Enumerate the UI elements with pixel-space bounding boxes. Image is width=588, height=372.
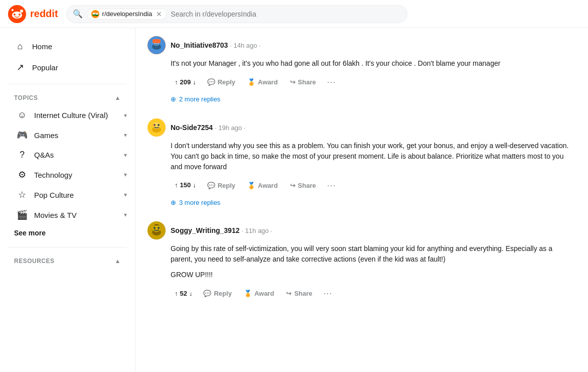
comment-3-vote[interactable]: ↑ 52 ↓	[171, 287, 196, 301]
qas-chevron: ▾	[124, 152, 127, 159]
comment-2-body: I don't understand why you see this as a…	[148, 141, 576, 208]
reddit-logo[interactable]: reddit	[8, 5, 58, 23]
reply-icon-2: 💬	[207, 182, 215, 189]
search-icon: 🔍	[73, 9, 83, 19]
comment-2: No-Side7254 · 19h ago · I don't understa…	[148, 118, 576, 208]
comment-3-text2: GROW UP!!!!	[171, 270, 576, 280]
share-icon: ↪	[290, 78, 296, 86]
sidebar-item-qas-label: Q&As	[34, 151, 54, 159]
comment-3-body: Going by this rate of self-victimization…	[148, 243, 576, 302]
sidebar-item-popular[interactable]: ↗ Popular	[8, 57, 127, 78]
popular-icon: ↗	[14, 62, 26, 73]
comment-2-header: No-Side7254 · 19h ago ·	[148, 118, 576, 137]
comment-2-vote[interactable]: ↑ 150 ↓	[171, 178, 200, 192]
comment-1-body: It's not your Manager , it's you who had…	[148, 58, 576, 104]
comment-3-share-button[interactable]: ↪ Share	[281, 287, 317, 300]
sidebar-item-internet-culture[interactable]: ☺ Internet Culture (Viral) ▾	[2, 105, 133, 125]
sidebar-item-popular-label: Popular	[32, 63, 58, 72]
comment-2-meta: No-Side7254 · 19h ago ·	[171, 123, 245, 132]
award-icon-3: 🏅	[244, 290, 252, 297]
remove-subreddit-button[interactable]: ✕	[156, 10, 162, 18]
upvote-icon-3: ↑	[175, 289, 178, 299]
pop-culture-chevron: ▾	[124, 191, 127, 198]
sidebar-divider-2	[8, 247, 127, 247]
comment-1-more-replies[interactable]: ⊕ 2 more replies	[171, 94, 576, 104]
comment-3-author: Soggy_Writing_3912	[171, 226, 239, 234]
more-replies-icon: ⊕	[171, 94, 176, 104]
internet-culture-icon: ☺	[16, 110, 28, 120]
pop-culture-icon: ☆	[16, 189, 28, 200]
sidebar-item-games-label: Games	[34, 131, 58, 140]
games-chevron: ▾	[124, 132, 127, 139]
comment-1-upvote-count: 209	[180, 77, 191, 87]
comment-3: Soggy_Writing_3912 · 11h ago · Going by …	[148, 221, 576, 302]
comment-1-vote[interactable]: ↑ 209 ↓	[171, 75, 200, 89]
sidebar-item-movies-tv[interactable]: 🎬 Movies & TV ▾	[2, 205, 133, 225]
comment-1-header: No_Initiative8703 · 14h ago ·	[148, 36, 576, 54]
sidebar-item-pop-culture[interactable]: ☆ Pop Culture ▾	[2, 185, 133, 205]
downvote-icon-3: ↓	[189, 289, 193, 299]
games-icon: 🎮	[16, 130, 28, 141]
award-icon-2: 🏅	[247, 182, 255, 189]
comment-3-reply-button[interactable]: 💬 Reply	[198, 287, 236, 300]
comment-3-header: Soggy_Writing_3912 · 11h ago ·	[148, 221, 576, 239]
search-bar[interactable]: 🔍 🇮🇳 r/developersIndia ✕	[66, 5, 407, 23]
comment-2-text: I don't understand why you see this as a…	[171, 141, 576, 172]
svg-point-16	[158, 124, 160, 126]
logo-text: reddit	[30, 8, 58, 20]
sidebar-item-pop-culture-label: Pop Culture	[34, 191, 74, 199]
technology-chevron: ▾	[124, 171, 127, 178]
technology-icon: ⚙	[16, 169, 28, 180]
comment-2-author: No-Side7254	[171, 123, 213, 132]
comment-1-author: No_Initiative8703	[171, 41, 228, 49]
search-input[interactable]	[171, 10, 400, 18]
award-icon: 🏅	[247, 78, 255, 86]
comment-1-time: · 14h ago ·	[230, 42, 260, 49]
sidebar-nav: ⌂ Home ↗ Popular	[0, 36, 135, 78]
header: reddit 🔍 🇮🇳 r/developersIndia ✕	[0, 0, 588, 28]
comment-2-award-button[interactable]: 🏅 Award	[242, 179, 283, 192]
comment-1-avatar	[148, 36, 166, 54]
see-more-button[interactable]: See more	[0, 225, 135, 241]
comment-3-award-button[interactable]: 🏅 Award	[239, 287, 279, 300]
comment-3-actions: ↑ 52 ↓ 💬 Reply 🏅 Award ↪ Share	[171, 285, 576, 302]
comment-2-more-button[interactable]: ···	[323, 177, 340, 194]
svg-point-22	[158, 227, 160, 229]
comment-3-upvote-count: 52	[180, 289, 187, 299]
comment-3-more-button[interactable]: ···	[320, 285, 337, 302]
comment-2-more-replies[interactable]: ⊕ 3 more replies	[171, 198, 576, 208]
svg-rect-11	[153, 39, 161, 43]
sidebar-item-qas[interactable]: ? Q&As ▾	[2, 145, 133, 165]
subreddit-tag[interactable]: 🇮🇳 r/developersIndia ✕	[87, 9, 167, 20]
main-content: No_Initiative8703 · 14h ago · It's not y…	[135, 28, 588, 372]
comment-2-share-button[interactable]: ↪ Share	[285, 179, 321, 192]
upvote-icon-2: ↑	[175, 180, 178, 190]
internet-culture-chevron: ▾	[124, 112, 127, 119]
sidebar: ⌂ Home ↗ Popular TOPICS ▲ ☺ Internet Cul…	[0, 28, 135, 372]
resources-section-header[interactable]: RESOURCES ▲	[0, 254, 135, 269]
qas-icon: ?	[16, 150, 28, 160]
downvote-icon: ↓	[193, 77, 196, 87]
sidebar-divider-1	[8, 84, 127, 84]
comment-2-reply-button[interactable]: 💬 Reply	[202, 179, 240, 192]
topics-collapse-icon: ▲	[115, 94, 121, 101]
comment-1-more-button[interactable]: ···	[323, 74, 340, 90]
reply-icon: 💬	[207, 78, 215, 86]
comment-1-reply-button[interactable]: 💬 Reply	[202, 75, 240, 89]
subreddit-name: r/developersIndia	[102, 10, 153, 18]
comment-3-time: · 11h ago ·	[241, 227, 272, 234]
svg-point-2	[14, 14, 16, 16]
topics-section-header[interactable]: TOPICS ▲	[0, 90, 135, 105]
comment-2-actions: ↑ 150 ↓ 💬 Reply 🏅 Award ↪ Share	[171, 177, 576, 194]
topics-label: TOPICS	[14, 94, 38, 101]
sidebar-item-home[interactable]: ⌂ Home	[8, 36, 127, 57]
resources-expand-icon: ▲	[115, 258, 121, 265]
subreddit-flag-icon: 🇮🇳	[91, 10, 99, 18]
sidebar-item-games[interactable]: 🎮 Games ▾	[2, 125, 133, 145]
svg-point-21	[154, 227, 156, 229]
comment-1-share-button[interactable]: ↪ Share	[285, 75, 321, 89]
comment-2-upvote-count: 150	[180, 180, 191, 190]
sidebar-item-technology[interactable]: ⚙ Technology ▾	[2, 165, 133, 185]
comment-1-award-button[interactable]: 🏅 Award	[242, 75, 283, 89]
comment-1: No_Initiative8703 · 14h ago · It's not y…	[148, 36, 576, 104]
